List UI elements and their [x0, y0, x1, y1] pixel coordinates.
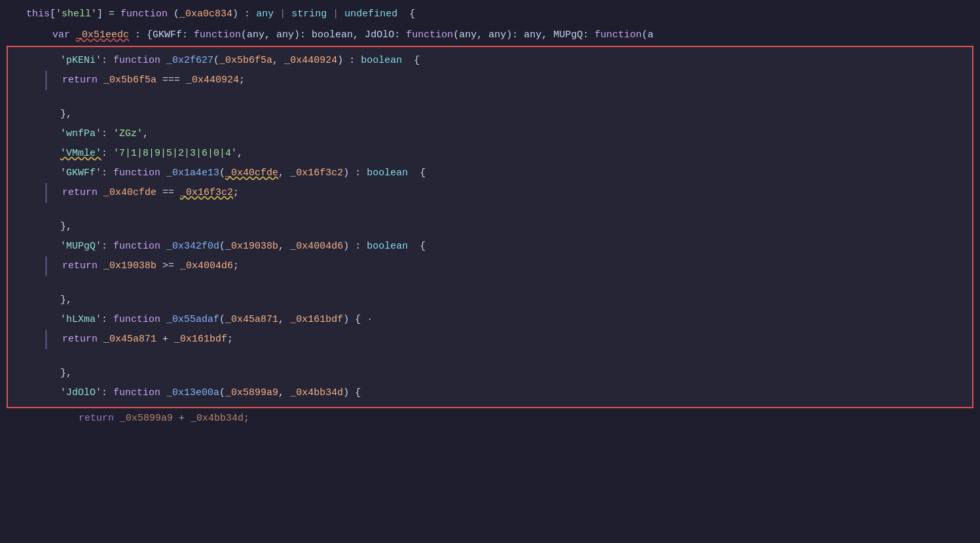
space: [160, 385, 166, 401]
op-gte: >=: [156, 258, 180, 274]
kw-function3: function: [406, 27, 453, 43]
key-GKWFf: 'GKWFf': [60, 166, 101, 181]
semi3: ;: [233, 258, 239, 274]
block-line-return3: return _0x19038b >= _0x4004d6;: [45, 256, 972, 276]
brace: {: [408, 239, 426, 254]
block-line-close1: },: [8, 105, 972, 124]
kw-fn: function: [113, 53, 160, 69]
block-line-return2: return _0x40cfde == _0x16f3c2;: [45, 183, 972, 203]
block-line-pKENi: 'pKENi': function _0x2f627(_0x5b6f5a, _0…: [8, 51, 972, 71]
comma: ,: [237, 146, 243, 162]
op-eq3: ===: [156, 73, 186, 88]
punct: :: [101, 126, 113, 142]
p-5899a9-bot: _0x5899a9: [120, 411, 173, 427]
block-line-wnfPa: 'wnfPa': 'ZGz',: [8, 124, 972, 144]
str-shell: shell: [62, 7, 91, 22]
block-line-VMmle: 'VMmle': '7|1|8|9|5|2|3|6|0|4',: [8, 144, 972, 164]
paren-close: ) :: [343, 166, 367, 181]
paren: (: [219, 166, 225, 181]
block-line-JdOlO: 'JdOlO': function _0x13e00a(_0x5899a9, _…: [8, 383, 972, 403]
paren: (: [219, 239, 225, 254]
p-16f3c2: _0x16f3c2: [180, 185, 233, 201]
close-brace1: },: [60, 107, 72, 122]
kw-fn3: function: [113, 239, 160, 254]
punct: :: [101, 385, 113, 401]
close-brace3: },: [60, 292, 72, 308]
comma: ,: [278, 312, 290, 328]
comma: ,: [278, 239, 290, 254]
empty-line3: [8, 276, 972, 290]
space: [98, 258, 103, 274]
fn-342f0d: _0x342f0d: [166, 239, 219, 254]
p-4bb34d-bot: _0x4bb34d: [191, 411, 244, 427]
block-line-close4: },: [8, 364, 972, 383]
p-40cfde: _0x40cfde: [103, 185, 156, 201]
kw-function: function: [120, 7, 168, 22]
kw-return4: return: [62, 332, 98, 347]
comma: ,: [272, 53, 284, 69]
block-line-close2: },: [8, 217, 972, 237]
op-eq2: ==: [156, 185, 180, 201]
param-4004d6: _0x4004d6: [290, 239, 343, 254]
kw-fn2: function: [113, 166, 160, 181]
kw-return-bottom: return: [79, 411, 114, 427]
code-editor: this['shell'] = function (_0xa0c834) : a…: [0, 0, 980, 543]
kw-function2: function: [194, 27, 241, 43]
fn-2f627: _0x2f627: [166, 53, 213, 69]
space: [160, 312, 166, 328]
paren-close: ) {: [343, 312, 367, 328]
punct: ) :: [232, 7, 256, 22]
param-xa0c834: _0xa0c834: [179, 7, 232, 22]
comma: ,: [278, 385, 290, 401]
op-plus: +: [156, 332, 174, 347]
line-top: this['shell'] = function (_0xa0c834) : a…: [0, 0, 980, 25]
paren-close: ) :: [337, 53, 361, 69]
punct: [': [50, 7, 62, 22]
brace: {: [402, 53, 420, 69]
pipe1: |: [274, 7, 291, 22]
p-161bdf: _0x161bdf: [174, 332, 227, 347]
kw-var: var: [52, 27, 70, 43]
dot-marker: ·: [367, 312, 372, 328]
block-line-MUPgQ: 'MUPgQ': function _0x342f0d(_0x19038b, _…: [8, 237, 972, 256]
space: [160, 53, 166, 69]
key-VMmle: 'VMmle': [60, 146, 101, 162]
punct: '] =: [91, 7, 120, 22]
key-pKENi: 'pKENi': [60, 53, 101, 69]
block-line-return1: return _0x5b6f5a === _0x440924;: [45, 71, 972, 90]
punct2: (any, any): boolean, JdOlO:: [241, 27, 406, 43]
p-5b6f5a: _0x5b6f5a: [103, 73, 156, 88]
space: [98, 332, 103, 347]
paren: (: [219, 312, 225, 328]
selected-block: 'pKENi': function _0x2f627(_0x5b6f5a, _0…: [7, 46, 973, 408]
punct: :: [101, 146, 113, 162]
block-line-GKWFf: 'GKWFf': function _0x1a4e13(_0x40cfde, _…: [8, 164, 972, 183]
val-pipe-str: '7|1|8|9|5|2|3|6|0|4': [113, 146, 237, 162]
comma: ,: [278, 166, 290, 181]
key-wnfPa: 'wnfPa': [60, 126, 101, 142]
space: [160, 166, 166, 181]
key-MUPgQ: 'MUPgQ': [60, 239, 101, 254]
empty-line4: [8, 349, 972, 364]
key-JdOlO: 'JdOlO': [60, 385, 101, 401]
type-boolean: boolean: [361, 53, 402, 69]
line-var: var _0x51eedc : {GKWFf: function(any, an…: [0, 25, 980, 46]
block-line-return4: return _0x45a871 + _0x161bdf;: [45, 330, 972, 349]
type-boolean2: boolean: [367, 166, 408, 181]
type-string: string: [291, 7, 327, 22]
kw-fn5: function: [113, 385, 160, 401]
param-5899a9: _0x5899a9: [225, 385, 278, 401]
kw-return3: return: [62, 258, 98, 274]
punct3: (any, any): any, MUPgQ:: [453, 27, 594, 43]
paren: (: [213, 53, 219, 69]
space: [160, 239, 166, 254]
param-40cfde: _0x40cfde: [225, 166, 278, 181]
type-undefined: undefined: [344, 7, 397, 22]
punct: : {GKWFf:: [129, 27, 194, 43]
empty-line1: [8, 90, 972, 105]
param-4bb34d: _0x4bb34d: [290, 385, 343, 401]
fn-55adaf: _0x55adaf: [166, 312, 219, 328]
comma: ,: [143, 126, 149, 142]
space: [98, 185, 103, 201]
semi: ;: [239, 73, 245, 88]
